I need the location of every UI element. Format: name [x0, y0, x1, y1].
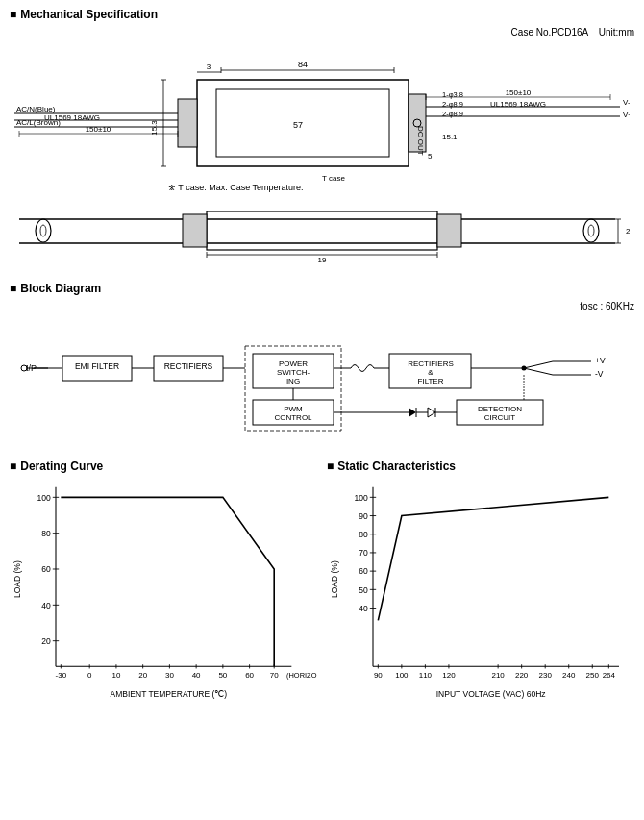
- svg-text:EMI FILTER: EMI FILTER: [75, 361, 119, 371]
- svg-text:2-φ8,9: 2-φ8,9: [442, 100, 463, 109]
- svg-text:220: 220: [515, 671, 529, 680]
- svg-text:2-φ8,9: 2-φ8,9: [442, 110, 463, 118]
- static-title: Static Characteristics: [327, 460, 634, 473]
- svg-text:100: 100: [395, 671, 409, 680]
- svg-text:150±10: 150±10: [506, 88, 532, 97]
- svg-point-47: [583, 219, 599, 242]
- derating-title: Derating Curve: [10, 460, 317, 473]
- case-info: Case No.PCD16A Unit:mm: [10, 27, 634, 37]
- svg-text:120: 120: [442, 671, 456, 680]
- svg-text:60: 60: [41, 564, 51, 574]
- derating-chart: 100 80 60 40 20 LOAD (%) -30 0: [10, 477, 317, 714]
- svg-text:AC/N(Blue): AC/N(Blue): [16, 105, 56, 113]
- svg-text:80: 80: [41, 529, 51, 538]
- svg-text:80: 80: [359, 530, 368, 539]
- block-title: Block Diagram: [10, 282, 634, 295]
- svg-rect-49: [207, 211, 437, 250]
- svg-text:5: 5: [428, 152, 433, 161]
- svg-text:CONTROL: CONTROL: [274, 413, 312, 422]
- mechanical-diagram: 84 3 15.3 57 AC/N(Blue) AC/L(Brown): [14, 41, 630, 262]
- svg-text:※ T case: Max. Case Temperatur: ※ T case: Max. Case Temperature.: [168, 183, 304, 192]
- static-chart-container: Static Characteristics 100 90 80 70 60: [327, 460, 634, 714]
- svg-rect-50: [183, 214, 207, 247]
- svg-text:70: 70: [359, 548, 368, 558]
- svg-text:57: 57: [293, 120, 303, 130]
- svg-text:INPUT VOLTAGE (VAC) 60Hz: INPUT VOLTAGE (VAC) 60Hz: [436, 689, 546, 699]
- svg-text:PWM: PWM: [284, 405, 303, 413]
- svg-text:V-(BLACK): V-(BLACK): [623, 98, 630, 107]
- svg-text:150±10: 150±10: [86, 125, 111, 134]
- svg-text:40: 40: [192, 671, 201, 680]
- static-chart: 100 90 80 70 60 50 40 LOAD (%): [327, 477, 634, 714]
- svg-text:AMBIENT TEMPERATURE (℃): AMBIENT TEMPERATURE (℃): [110, 689, 227, 699]
- svg-text:210: 210: [491, 671, 505, 680]
- svg-text:RECTIFIERS: RECTIFIERS: [408, 360, 454, 368]
- svg-text:RECTIFIERS: RECTIFIERS: [164, 361, 213, 371]
- svg-text:50: 50: [359, 585, 368, 595]
- svg-text:LOAD (%): LOAD (%): [330, 560, 339, 598]
- svg-text:-V: -V: [595, 369, 604, 379]
- svg-marker-99: [428, 408, 435, 417]
- svg-text:20: 20: [138, 671, 147, 680]
- svg-text:0: 0: [87, 671, 92, 680]
- svg-text:1-φ3.8: 1-φ3.8: [442, 90, 463, 99]
- svg-text:&: &: [428, 368, 433, 377]
- svg-text:SWITCH-: SWITCH-: [277, 368, 310, 377]
- svg-text:DC OUT: DC OUT: [416, 126, 425, 156]
- svg-text:60: 60: [245, 671, 254, 680]
- svg-text:90: 90: [374, 671, 383, 680]
- svg-text:264: 264: [603, 671, 616, 680]
- svg-text:250: 250: [586, 671, 600, 680]
- svg-text:FILTER: FILTER: [418, 377, 444, 385]
- svg-rect-2: [178, 99, 197, 147]
- svg-text:(HORIZONTAL): (HORIZONTAL): [286, 671, 317, 680]
- derating-chart-container: Derating Curve 100 80 60 40 20: [10, 460, 317, 714]
- svg-text:UL1569 18AWG: UL1569 18AWG: [44, 113, 100, 122]
- svg-text:240: 240: [562, 671, 576, 680]
- svg-text:40: 40: [41, 601, 51, 610]
- svg-text:+V: +V: [595, 356, 606, 365]
- svg-text:70: 70: [270, 671, 279, 680]
- svg-rect-51: [437, 214, 461, 247]
- svg-text:50: 50: [218, 671, 227, 680]
- svg-text:UL1569 18AWG: UL1569 18AWG: [490, 100, 546, 109]
- svg-text:CIRCUIT: CIRCUIT: [484, 413, 516, 422]
- svg-point-45: [36, 219, 51, 242]
- svg-text:DETECTION: DETECTION: [478, 405, 522, 413]
- svg-text:100: 100: [354, 493, 367, 503]
- svg-text:19: 19: [318, 256, 327, 262]
- svg-text:30: 30: [165, 671, 174, 680]
- svg-text:40: 40: [359, 604, 368, 613]
- svg-text:3: 3: [207, 62, 211, 71]
- svg-text:POWER: POWER: [279, 360, 308, 368]
- block-section: Block Diagram fosc : 60KHz I/P EMI FILTE…: [10, 282, 634, 440]
- svg-text:-30: -30: [56, 671, 67, 680]
- svg-text:T case: T case: [322, 174, 345, 183]
- charts-row: Derating Curve 100 80 60 40 20: [10, 460, 634, 714]
- svg-text:90: 90: [359, 511, 368, 521]
- svg-point-46: [40, 225, 46, 236]
- svg-text:110: 110: [419, 671, 433, 680]
- svg-text:V+(RED): V+(RED): [623, 111, 630, 119]
- svg-text:100: 100: [37, 493, 50, 503]
- svg-marker-96: [409, 408, 416, 417]
- svg-text:84: 84: [298, 60, 308, 69]
- svg-text:20: 20: [41, 636, 51, 646]
- svg-text:15.3: 15.3: [150, 120, 159, 136]
- block-fosc: fosc : 60KHz: [10, 301, 634, 311]
- svg-line-84: [524, 361, 553, 368]
- svg-text:230: 230: [539, 671, 553, 680]
- svg-text:LOAD (%): LOAD (%): [12, 560, 22, 598]
- svg-text:60: 60: [359, 566, 368, 576]
- svg-text:15.1: 15.1: [442, 133, 458, 141]
- block-diagram: I/P EMI FILTER RECTIFIERS POWER: [14, 315, 630, 440]
- svg-text:10: 10: [111, 671, 120, 680]
- mechanical-title: Mechanical Specification: [10, 8, 634, 21]
- page-root: Mechanical Specification Case No.PCD16A …: [0, 0, 644, 722]
- mechanical-section: Mechanical Specification Case No.PCD16A …: [10, 8, 634, 262]
- svg-point-48: [588, 225, 594, 236]
- svg-text:ING: ING: [286, 377, 300, 385]
- svg-line-85: [524, 368, 553, 375]
- svg-text:29.5: 29.5: [626, 227, 630, 236]
